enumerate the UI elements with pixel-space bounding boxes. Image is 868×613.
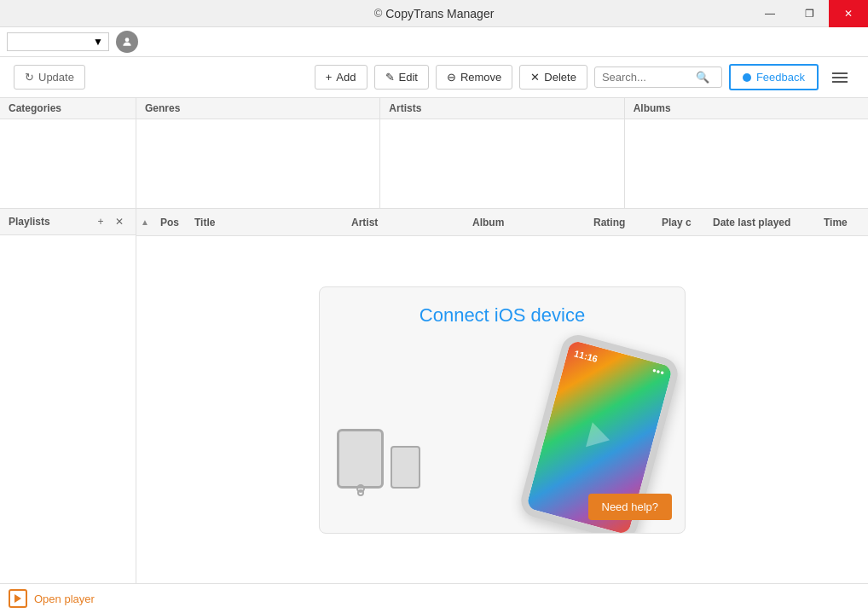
close-sidebar-button[interactable]: ✕ bbox=[112, 214, 127, 229]
feedback-button[interactable]: Feedback bbox=[729, 64, 819, 90]
app-title: © CopyTrans Manager bbox=[374, 7, 495, 20]
title-bar: © CopyTrans Manager — ❐ ✕ bbox=[0, 0, 868, 27]
need-help-button[interactable]: Need help? bbox=[588, 494, 673, 520]
ipad-icon bbox=[337, 429, 384, 489]
ios-connect-title: Connect iOS device bbox=[420, 304, 585, 327]
ipod-icon bbox=[391, 446, 420, 489]
ios-card: Connect iOS device bbox=[319, 286, 686, 534]
remove-button[interactable]: ⊖ Remove bbox=[436, 65, 512, 90]
filter-bar: Categories Genres Artists Albums bbox=[0, 98, 868, 209]
sidebar: Playlists + ✕ bbox=[0, 209, 136, 583]
col-title-header: Title bbox=[188, 217, 344, 228]
search-box[interactable]: 🔍 bbox=[594, 67, 722, 88]
filter-genres: Genres bbox=[136, 98, 380, 208]
device-bar: ▼ bbox=[0, 27, 868, 57]
close-button[interactable]: ✕ bbox=[829, 0, 868, 27]
sidebar-actions: + ✕ bbox=[93, 214, 127, 229]
dropdown-arrow-icon: ▼ bbox=[93, 36, 103, 48]
sidebar-header: Playlists + ✕ bbox=[0, 209, 136, 235]
search-icon: 🔍 bbox=[696, 71, 709, 84]
open-player-label: Open player bbox=[34, 593, 95, 605]
col-time-header: Time bbox=[817, 217, 868, 228]
menu-line-3 bbox=[832, 81, 848, 83]
albums-header: Albums bbox=[625, 98, 868, 119]
search-input[interactable] bbox=[602, 71, 696, 84]
bottom-bar: Open player bbox=[0, 583, 868, 613]
update-button[interactable]: ↻ Update bbox=[14, 65, 85, 90]
plus-icon: + bbox=[326, 71, 333, 84]
hamburger-menu-button[interactable] bbox=[825, 67, 854, 88]
playlists-title: Playlists bbox=[9, 216, 50, 228]
col-playcount-header: Play c bbox=[655, 217, 706, 228]
player-icon bbox=[9, 589, 27, 608]
add-playlist-button[interactable]: + bbox=[93, 214, 108, 229]
play-triangle-icon bbox=[14, 594, 21, 603]
menu-line-2 bbox=[832, 77, 848, 78]
col-album-header: Album bbox=[466, 217, 587, 228]
main-content: ▲ Pos Title Artist Album Rating Play c D… bbox=[136, 209, 868, 583]
device-avatar bbox=[116, 31, 138, 53]
remove-label: Remove bbox=[460, 71, 501, 84]
feedback-label: Feedback bbox=[756, 71, 805, 84]
update-label: Update bbox=[38, 71, 74, 84]
ios-connect-area: Connect iOS device bbox=[136, 236, 868, 583]
pencil-icon: ✎ bbox=[385, 71, 395, 84]
svg-point-0 bbox=[125, 38, 130, 42]
artists-header: Artists bbox=[380, 98, 623, 119]
col-pos-header: Pos bbox=[153, 217, 188, 228]
delete-button[interactable]: ✕ Delete bbox=[519, 65, 587, 90]
add-label: Add bbox=[336, 71, 356, 84]
window-controls: — ❐ ✕ bbox=[750, 0, 868, 27]
filter-artists: Artists bbox=[380, 98, 624, 208]
genres-header: Genres bbox=[136, 98, 379, 119]
col-datelp-header: Date last played bbox=[706, 217, 817, 228]
feedback-dot-icon bbox=[743, 73, 751, 82]
filter-albums: Albums bbox=[625, 98, 868, 208]
restore-button[interactable]: ❐ bbox=[790, 0, 829, 27]
add-button[interactable]: + Add bbox=[315, 65, 367, 90]
minimize-button[interactable]: — bbox=[750, 0, 790, 27]
device-dropdown[interactable]: ▼ bbox=[7, 32, 109, 51]
ios-devices-illustration bbox=[337, 429, 420, 489]
menu-line-1 bbox=[832, 72, 848, 74]
filter-categories: Categories bbox=[0, 98, 136, 208]
sort-icon[interactable]: ▲ bbox=[136, 217, 153, 227]
categories-header: Categories bbox=[0, 98, 136, 119]
delete-label: Delete bbox=[544, 71, 576, 84]
open-player-button[interactable]: Open player bbox=[9, 589, 95, 608]
minus-circle-icon: ⊖ bbox=[447, 71, 456, 84]
refresh-icon: ↻ bbox=[25, 71, 34, 84]
table-header: ▲ Pos Title Artist Album Rating Play c D… bbox=[136, 209, 868, 236]
app-title-text: CopyTrans Manager bbox=[385, 7, 494, 20]
col-rating-header: Rating bbox=[587, 217, 655, 228]
edit-label: Edit bbox=[399, 71, 418, 84]
app-logo: © bbox=[374, 7, 383, 20]
x-icon: ✕ bbox=[530, 71, 540, 84]
edit-button[interactable]: ✎ Edit bbox=[374, 65, 429, 90]
col-artist-header: Artist bbox=[344, 217, 466, 228]
toolbar: ↻ Update + Add ✎ Edit ⊖ Remove ✕ Delete … bbox=[0, 57, 868, 98]
content-area: Playlists + ✕ ▲ Pos Title Artist Album R… bbox=[0, 209, 868, 583]
